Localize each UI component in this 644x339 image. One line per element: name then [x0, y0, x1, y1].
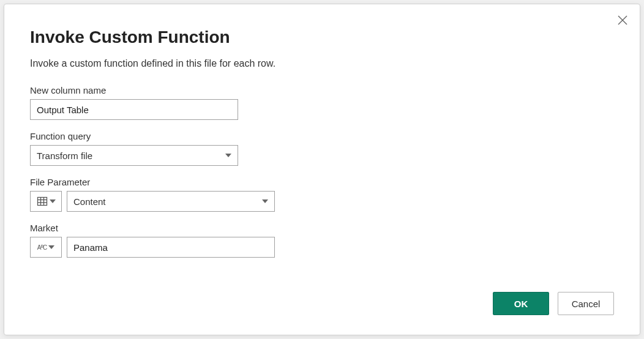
file-parameter-label: File Parameter: [30, 177, 614, 187]
dialog-button-row: OK Cancel: [493, 292, 614, 315]
file-parameter-dropdown[interactable]: Content: [67, 191, 275, 212]
chevron-down-icon: [225, 154, 231, 157]
market-input[interactable]: [67, 237, 275, 258]
svg-rect-2: [37, 198, 47, 206]
new-column-name-label: New column name: [30, 85, 614, 95]
field-file-parameter: File Parameter Content: [30, 177, 614, 212]
invoke-custom-function-dialog: Invoke Custom Function Invoke a custom f…: [4, 4, 640, 335]
text-abc-icon: ABC: [37, 244, 47, 251]
file-parameter-value: Content: [73, 196, 106, 207]
function-query-label: Function query: [30, 131, 614, 141]
function-query-dropdown[interactable]: Transform file: [30, 145, 238, 166]
ok-button[interactable]: OK: [493, 292, 549, 315]
close-icon: [617, 15, 628, 26]
market-label: Market: [30, 223, 614, 233]
chevron-down-icon: [48, 245, 54, 249]
chevron-down-icon: [50, 199, 56, 203]
field-new-column-name: New column name: [30, 85, 614, 120]
file-parameter-type-picker[interactable]: [30, 191, 62, 212]
new-column-name-input[interactable]: [30, 99, 238, 120]
table-icon: [37, 196, 48, 207]
close-button[interactable]: [615, 13, 630, 28]
field-market: Market ABC: [30, 223, 614, 258]
chevron-down-icon: [262, 199, 268, 203]
market-type-picker[interactable]: ABC: [30, 237, 62, 258]
cancel-button[interactable]: Cancel: [558, 292, 614, 315]
dialog-title: Invoke Custom Function: [30, 28, 614, 47]
dialog-description: Invoke a custom function defined in this…: [30, 58, 614, 69]
field-function-query: Function query Transform file: [30, 131, 614, 166]
function-query-value: Transform file: [37, 151, 92, 161]
